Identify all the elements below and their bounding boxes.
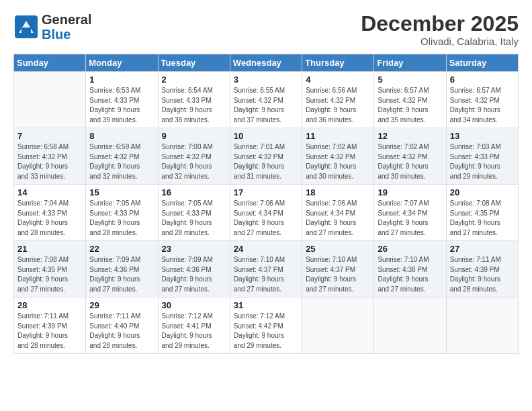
calendar-cell: 15Sunrise: 7:05 AM Sunset: 4:33 PM Dayli… [86, 185, 158, 241]
col-friday: Friday [374, 54, 446, 72]
col-tuesday: Tuesday [158, 54, 230, 72]
calendar-cell: 16Sunrise: 7:05 AM Sunset: 4:33 PM Dayli… [158, 185, 230, 241]
day-info: Sunrise: 6:56 AM Sunset: 4:32 PM Dayligh… [306, 86, 370, 125]
day-number: 20 [450, 187, 515, 197]
col-monday: Monday [86, 54, 158, 72]
calendar-cell: 3Sunrise: 6:55 AM Sunset: 4:32 PM Daylig… [230, 72, 302, 128]
day-number: 30 [162, 300, 226, 310]
calendar-cell: 20Sunrise: 7:08 AM Sunset: 4:35 PM Dayli… [446, 185, 518, 241]
calendar-cell: 21Sunrise: 7:08 AM Sunset: 4:35 PM Dayli… [14, 241, 86, 298]
calendar-header-row: Sunday Monday Tuesday Wednesday Thursday… [14, 54, 519, 72]
day-info: Sunrise: 7:10 AM Sunset: 4:37 PM Dayligh… [306, 255, 370, 294]
day-number: 21 [17, 244, 82, 254]
col-sunday: Sunday [14, 54, 86, 72]
calendar-cell: 10Sunrise: 7:01 AM Sunset: 4:32 PM Dayli… [230, 128, 302, 185]
calendar-cell [374, 298, 446, 354]
calendar-cell: 28Sunrise: 7:11 AM Sunset: 4:39 PM Dayli… [14, 298, 86, 354]
day-number: 19 [378, 187, 442, 197]
day-number: 6 [450, 75, 515, 85]
calendar-cell: 1Sunrise: 6:53 AM Sunset: 4:33 PM Daylig… [86, 72, 158, 128]
day-info: Sunrise: 7:12 AM Sunset: 4:41 PM Dayligh… [162, 312, 226, 351]
logo-blue: Blue [42, 27, 91, 42]
day-number: 4 [306, 75, 370, 85]
calendar-table: Sunday Monday Tuesday Wednesday Thursday… [13, 54, 519, 354]
day-info: Sunrise: 7:05 AM Sunset: 4:33 PM Dayligh… [162, 199, 226, 238]
day-info: Sunrise: 7:10 AM Sunset: 4:38 PM Dayligh… [378, 255, 442, 294]
day-number: 16 [162, 187, 226, 197]
day-info: Sunrise: 7:11 AM Sunset: 4:40 PM Dayligh… [89, 312, 154, 351]
calendar-week-row: 28Sunrise: 7:11 AM Sunset: 4:39 PM Dayli… [14, 298, 519, 354]
day-info: Sunrise: 6:57 AM Sunset: 4:32 PM Dayligh… [450, 86, 515, 125]
day-info: Sunrise: 6:55 AM Sunset: 4:32 PM Dayligh… [234, 86, 298, 125]
calendar-cell: 7Sunrise: 6:58 AM Sunset: 4:32 PM Daylig… [14, 128, 86, 185]
header: General Blue December 2025 Olivadi, Cala… [13, 12, 519, 47]
day-number: 18 [306, 187, 370, 197]
day-number: 14 [17, 187, 82, 197]
calendar-cell: 8Sunrise: 6:59 AM Sunset: 4:32 PM Daylig… [86, 128, 158, 185]
calendar-cell: 2Sunrise: 6:54 AM Sunset: 4:33 PM Daylig… [158, 72, 230, 128]
day-number: 26 [378, 244, 442, 254]
day-number: 7 [17, 131, 82, 141]
logo-general: General [42, 12, 91, 27]
day-number: 25 [306, 244, 370, 254]
day-info: Sunrise: 6:53 AM Sunset: 4:33 PM Dayligh… [89, 86, 154, 125]
calendar-cell: 6Sunrise: 6:57 AM Sunset: 4:32 PM Daylig… [446, 72, 518, 128]
day-info: Sunrise: 7:02 AM Sunset: 4:32 PM Dayligh… [306, 142, 370, 181]
day-number: 5 [378, 75, 442, 85]
calendar-cell: 25Sunrise: 7:10 AM Sunset: 4:37 PM Dayli… [302, 241, 374, 298]
calendar-cell: 29Sunrise: 7:11 AM Sunset: 4:40 PM Dayli… [86, 298, 158, 354]
day-info: Sunrise: 7:01 AM Sunset: 4:32 PM Dayligh… [234, 142, 298, 181]
day-number: 15 [89, 187, 154, 197]
calendar-week-row: 21Sunrise: 7:08 AM Sunset: 4:35 PM Dayli… [14, 241, 519, 298]
calendar-cell: 9Sunrise: 7:00 AM Sunset: 4:32 PM Daylig… [158, 128, 230, 185]
day-number: 22 [89, 244, 154, 254]
calendar-cell: 27Sunrise: 7:11 AM Sunset: 4:39 PM Dayli… [446, 241, 518, 298]
calendar-week-row: 7Sunrise: 6:58 AM Sunset: 4:32 PM Daylig… [14, 128, 519, 185]
day-number: 27 [450, 244, 515, 254]
day-info: Sunrise: 7:00 AM Sunset: 4:32 PM Dayligh… [162, 142, 226, 181]
calendar-cell: 11Sunrise: 7:02 AM Sunset: 4:32 PM Dayli… [302, 128, 374, 185]
day-number: 11 [306, 131, 370, 141]
calendar-week-row: 14Sunrise: 7:04 AM Sunset: 4:33 PM Dayli… [14, 185, 519, 241]
col-thursday: Thursday [302, 54, 374, 72]
calendar-week-row: 1Sunrise: 6:53 AM Sunset: 4:33 PM Daylig… [14, 72, 519, 128]
calendar-cell [14, 72, 86, 128]
col-saturday: Saturday [446, 54, 518, 72]
day-info: Sunrise: 7:11 AM Sunset: 4:39 PM Dayligh… [17, 312, 82, 351]
day-info: Sunrise: 6:57 AM Sunset: 4:32 PM Dayligh… [378, 86, 442, 125]
calendar-cell: 12Sunrise: 7:02 AM Sunset: 4:32 PM Dayli… [374, 128, 446, 185]
day-info: Sunrise: 6:58 AM Sunset: 4:32 PM Dayligh… [17, 142, 82, 181]
day-info: Sunrise: 7:09 AM Sunset: 4:36 PM Dayligh… [162, 255, 226, 294]
day-number: 2 [162, 75, 226, 85]
calendar-cell: 17Sunrise: 7:06 AM Sunset: 4:34 PM Dayli… [230, 185, 302, 241]
day-info: Sunrise: 7:07 AM Sunset: 4:34 PM Dayligh… [378, 199, 442, 238]
day-info: Sunrise: 7:05 AM Sunset: 4:33 PM Dayligh… [89, 199, 154, 238]
day-number: 24 [234, 244, 298, 254]
calendar-cell [446, 298, 518, 354]
day-number: 12 [378, 131, 442, 141]
day-number: 3 [234, 75, 298, 85]
calendar-cell: 30Sunrise: 7:12 AM Sunset: 4:41 PM Dayli… [158, 298, 230, 354]
logo-icon [13, 14, 39, 40]
day-info: Sunrise: 7:08 AM Sunset: 4:35 PM Dayligh… [450, 199, 515, 238]
day-info: Sunrise: 7:06 AM Sunset: 4:34 PM Dayligh… [234, 199, 298, 238]
calendar-cell: 4Sunrise: 6:56 AM Sunset: 4:32 PM Daylig… [302, 72, 374, 128]
day-number: 1 [89, 75, 154, 85]
calendar-cell: 5Sunrise: 6:57 AM Sunset: 4:32 PM Daylig… [374, 72, 446, 128]
day-info: Sunrise: 7:11 AM Sunset: 4:39 PM Dayligh… [450, 255, 515, 294]
title-block: December 2025 Olivadi, Calabria, Italy [361, 12, 519, 47]
calendar-cell: 13Sunrise: 7:03 AM Sunset: 4:33 PM Dayli… [446, 128, 518, 185]
col-wednesday: Wednesday [230, 54, 302, 72]
day-info: Sunrise: 6:54 AM Sunset: 4:33 PM Dayligh… [162, 86, 226, 125]
day-number: 23 [162, 244, 226, 254]
calendar-cell: 23Sunrise: 7:09 AM Sunset: 4:36 PM Dayli… [158, 241, 230, 298]
day-number: 13 [450, 131, 515, 141]
calendar-cell: 31Sunrise: 7:12 AM Sunset: 4:42 PM Dayli… [230, 298, 302, 354]
day-number: 17 [234, 187, 298, 197]
day-number: 9 [162, 131, 226, 141]
day-number: 28 [17, 300, 82, 310]
location-subtitle: Olivadi, Calabria, Italy [361, 36, 519, 47]
day-info: Sunrise: 7:04 AM Sunset: 4:33 PM Dayligh… [17, 199, 82, 238]
day-info: Sunrise: 7:03 AM Sunset: 4:33 PM Dayligh… [450, 142, 515, 181]
day-info: Sunrise: 7:06 AM Sunset: 4:34 PM Dayligh… [306, 199, 370, 238]
